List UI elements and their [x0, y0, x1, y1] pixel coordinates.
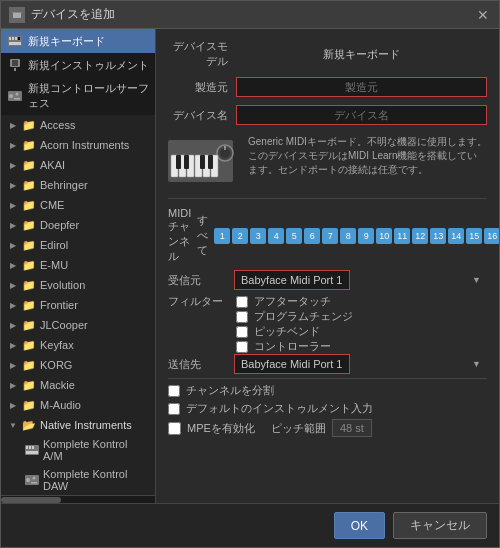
ch-btn-2[interactable]: 2 [232, 228, 248, 244]
control-icon [7, 88, 23, 104]
folder-icon-jlcooper: 📁 [22, 318, 36, 332]
svg-rect-19 [32, 446, 34, 449]
folder-icon-maudio: 📁 [22, 398, 36, 412]
ch-btn-13[interactable]: 13 [430, 228, 446, 244]
ch-btn-3[interactable]: 3 [250, 228, 266, 244]
svg-rect-4 [9, 37, 11, 40]
tree-item-frontier[interactable]: ▶ 📁 Frontier [1, 295, 155, 315]
channel-split-checkbox[interactable] [168, 385, 180, 397]
tree-item-akai[interactable]: ▶ 📁 AKAI [1, 155, 155, 175]
arrow-behringer: ▶ [7, 179, 19, 191]
sub-item-kk-daw[interactable]: Komplete Kontrol DAW [1, 465, 155, 495]
filter-program-change-row: プログラムチェンジ [236, 309, 353, 324]
tree-item-edirol[interactable]: ▶ 📁 Edirol [1, 235, 155, 255]
ch-btn-6[interactable]: 6 [304, 228, 320, 244]
ch-btn-14[interactable]: 14 [448, 228, 464, 244]
device-list[interactable]: ▶ 📁 Access ▶ 📁 Acorn Instruments ▶ 📁 AKA… [1, 115, 155, 495]
manufacturer-input[interactable] [236, 77, 487, 97]
svg-point-23 [33, 477, 36, 480]
send-select[interactable]: Babyface Midi Port 1 [234, 354, 350, 374]
tree-item-maudio[interactable]: ▶ 📁 M-Audio [1, 395, 155, 415]
ch-btn-8[interactable]: 8 [340, 228, 356, 244]
ch-btn-11[interactable]: 11 [394, 228, 410, 244]
folder-icon-ni: 📂 [22, 418, 36, 432]
tree-item-keyfax[interactable]: ▶ 📁 Keyfax [1, 335, 155, 355]
arrow-emu: ▶ [7, 259, 19, 271]
folder-icon-mackie: 📁 [22, 378, 36, 392]
ch-btn-7[interactable]: 7 [322, 228, 338, 244]
send-select-wrapper: Babyface Midi Port 1 [234, 354, 487, 374]
device-name-row: デバイス名 [168, 105, 487, 125]
top-nav: 新規キーボード 新規インストゥルメント [1, 29, 155, 115]
svg-rect-8 [9, 42, 21, 45]
svg-rect-15 [14, 98, 20, 100]
mpe-checkbox[interactable] [168, 422, 181, 435]
tree-item-korg[interactable]: ▶ 📁 KORG [1, 355, 155, 375]
cancel-button[interactable]: キャンセル [393, 512, 487, 539]
ch-btn-10[interactable]: 10 [376, 228, 392, 244]
receive-select[interactable]: Babyface Midi Port 1 [234, 270, 350, 290]
filter-controller-checkbox[interactable] [236, 341, 248, 353]
filter-row: フィルター アフタータッチ プログラムチェンジ ピッチベンド [168, 294, 487, 354]
ok-button[interactable]: OK [334, 512, 385, 539]
tree-item-doepfer[interactable]: ▶ 📁 Doepfer [1, 215, 155, 235]
arrow-korg: ▶ [7, 359, 19, 371]
svg-rect-17 [26, 446, 28, 449]
pitch-range-input[interactable] [332, 419, 372, 437]
ch-btn-16[interactable]: 16 [484, 228, 499, 244]
device-name-label: デバイス名 [168, 108, 228, 123]
filter-pitch-bend-checkbox[interactable] [236, 326, 248, 338]
tree-item-behringer[interactable]: ▶ 📁 Behringer [1, 175, 155, 195]
keyboard-icon [7, 33, 23, 49]
svg-rect-1 [13, 13, 21, 18]
send-row: 送信先 Babyface Midi Port 1 [168, 354, 487, 374]
close-button[interactable]: ✕ [475, 7, 491, 23]
send-label: 送信先 [168, 357, 228, 372]
channel-split-row: チャンネルを分割 [168, 383, 487, 398]
svg-rect-10 [12, 60, 18, 66]
nav-new-instrument[interactable]: 新規インストゥルメント [1, 53, 155, 77]
folder-icon-keyfax: 📁 [22, 338, 36, 352]
arrow-cme: ▶ [7, 199, 19, 211]
right-panel: デバイスモデル 新規キーボード 製造元 デバイス名 [156, 29, 499, 503]
tree-item-evolution[interactable]: ▶ 📁 Evolution [1, 275, 155, 295]
midi-channels-row: MIDIチャンネル すべて 1 2 3 4 5 6 7 8 9 10 11 [168, 207, 487, 264]
divider-1 [168, 378, 487, 379]
ch-btn-15[interactable]: 15 [466, 228, 482, 244]
folder-icon-akai: 📁 [22, 158, 36, 172]
tree-item-cme[interactable]: ▶ 📁 CME [1, 195, 155, 215]
folder-icon-access: 📁 [22, 118, 36, 132]
ch-btn-4[interactable]: 4 [268, 228, 284, 244]
ch-btn-1[interactable]: 1 [214, 228, 230, 244]
arrow-frontier: ▶ [7, 299, 19, 311]
tree-item-native-instruments[interactable]: ▼ 📂 Native Instruments [1, 415, 155, 435]
tree-item-access[interactable]: ▶ 📁 Access [1, 115, 155, 135]
ch-btn-12[interactable]: 12 [412, 228, 428, 244]
nav-new-keyboard[interactable]: 新規キーボード [1, 29, 155, 53]
tree-item-mackie[interactable]: ▶ 📁 Mackie [1, 375, 155, 395]
svg-rect-47 [208, 155, 213, 169]
nav-new-control[interactable]: 新規コントロールサーフェス [1, 77, 155, 115]
folder-icon-cme: 📁 [22, 198, 36, 212]
arrow-akai: ▶ [7, 159, 19, 171]
svg-rect-6 [15, 37, 17, 40]
pitch-range-label: ピッチ範囲 [271, 421, 326, 436]
tree-item-acorn[interactable]: ▶ 📁 Acorn Instruments [1, 135, 155, 155]
keyboard-icon-kk-am [25, 443, 39, 457]
horizontal-scrollbar[interactable] [1, 495, 155, 503]
tree-item-emu[interactable]: ▶ 📁 E-MU [1, 255, 155, 275]
folder-icon-behringer: 📁 [22, 178, 36, 192]
title-bar: デバイスを追加 ✕ [1, 1, 499, 29]
ch-btn-9[interactable]: 9 [358, 228, 374, 244]
arrow-acorn: ▶ [7, 139, 19, 151]
default-instrument-checkbox[interactable] [168, 403, 180, 415]
device-name-input[interactable] [236, 105, 487, 125]
manufacturer-label: 製造元 [168, 80, 228, 95]
filter-program-change-checkbox[interactable] [236, 311, 248, 323]
tree-item-jlcooper[interactable]: ▶ 📁 JLCooper [1, 315, 155, 335]
scrollbar-thumb [1, 497, 61, 503]
sub-item-kk-am[interactable]: Komplete Kontrol A/M [1, 435, 155, 465]
ch-btn-5[interactable]: 5 [286, 228, 302, 244]
folder-icon-acorn: 📁 [22, 138, 36, 152]
filter-aftertouch-checkbox[interactable] [236, 296, 248, 308]
